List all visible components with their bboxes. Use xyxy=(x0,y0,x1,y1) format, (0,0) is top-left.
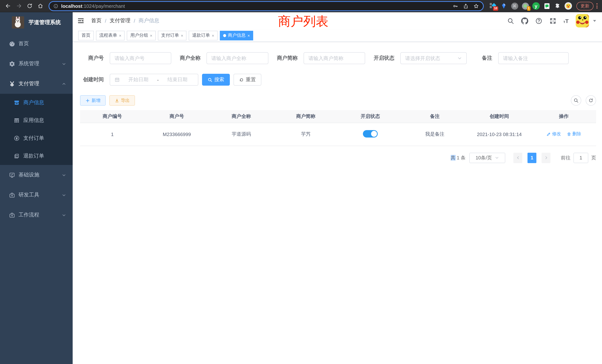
tab-refund-order[interactable]: 退款订单 × xyxy=(189,31,218,40)
profile-smiley-icon[interactable] xyxy=(565,2,572,10)
reload-icon xyxy=(26,3,32,9)
chevron-down-icon xyxy=(457,56,462,60)
user-avatar[interactable] xyxy=(576,14,589,27)
page-size-select[interactable]: 10条/页 xyxy=(469,152,505,163)
tab-user-group[interactable]: 用户分组 × xyxy=(127,31,156,40)
col-merchant-no: 商户号 xyxy=(145,110,209,123)
help-icon[interactable] xyxy=(535,17,542,24)
refresh-icon xyxy=(239,77,244,82)
col-remark: 备注 xyxy=(403,110,467,123)
extension-badge: 1 xyxy=(527,6,530,11)
extensions-puzzle-icon[interactable] xyxy=(554,2,561,10)
tab-home[interactable]: 首页 xyxy=(78,31,94,40)
sidebar-logo-row[interactable]: 芋道管理系统 xyxy=(0,12,73,32)
next-page-button[interactable] xyxy=(542,152,550,163)
col-full-name: 商户全称 xyxy=(209,110,274,123)
extension-chat-icon[interactable] xyxy=(543,2,550,10)
tab-close-icon[interactable]: × xyxy=(150,33,152,38)
header-actions: тT xyxy=(507,14,596,27)
font-size-icon[interactable]: тT xyxy=(563,18,569,24)
tab-label: 支付订单 xyxy=(161,32,179,39)
monitor-icon xyxy=(9,172,15,178)
sidebar-item-workflow[interactable]: 工作流程 xyxy=(0,205,73,225)
fullscreen-icon[interactable] xyxy=(549,17,556,24)
tab-pay-order[interactable]: 支付订单 × xyxy=(158,31,187,40)
sidebar-item-payment[interactable]: 支付管理 xyxy=(0,74,73,94)
briefcase-icon xyxy=(9,212,15,218)
search-icon[interactable] xyxy=(507,17,514,24)
page-content: 商户号 商户全称 商户简称 xyxy=(73,42,602,364)
github-icon[interactable] xyxy=(521,17,528,24)
add-button[interactable]: 新增 xyxy=(80,95,106,106)
toggle-search-button[interactable] xyxy=(571,95,581,106)
browser-forward-button[interactable] xyxy=(14,1,24,11)
full-name-input[interactable] xyxy=(206,52,268,64)
cell-remark: 我是备注 xyxy=(403,123,467,146)
browser-back-button[interactable] xyxy=(3,1,13,11)
extension-y-icon[interactable]: y xyxy=(532,2,540,10)
cell-full-name: 芋道源码 xyxy=(209,123,274,146)
tab-close-icon[interactable]: × xyxy=(119,33,121,38)
download-icon xyxy=(115,98,119,103)
url-path: :1024/pay/merchant xyxy=(82,3,125,9)
page-number-1[interactable]: 1 xyxy=(527,152,536,163)
status-select[interactable] xyxy=(400,52,467,64)
goto-suffix: 页 xyxy=(591,154,596,161)
extension-dice-icon[interactable]: 10 xyxy=(489,2,497,10)
extension-command-icon[interactable]: ⌘ xyxy=(511,2,518,10)
sidebar-item-app-info[interactable]: 应用信息 xyxy=(0,112,73,129)
tab-process-form[interactable]: 流程表单 × xyxy=(96,31,125,40)
tab-merchant-info[interactable]: 商户信息 × xyxy=(220,31,253,40)
extension-recorder-icon[interactable]: 1 xyxy=(522,2,529,10)
browser-menu-icon[interactable] xyxy=(595,3,599,9)
sidebar-item-merchant-info[interactable]: 商户信息 xyxy=(0,94,73,112)
remark-input[interactable] xyxy=(498,52,569,64)
goto-page-input[interactable] xyxy=(573,152,588,163)
status-label: 开启状态 xyxy=(374,55,400,62)
edit-link[interactable]: 修改 xyxy=(546,131,561,137)
browser-home-button[interactable] xyxy=(35,1,45,11)
reset-button[interactable]: 重置 xyxy=(234,74,261,86)
short-name-input[interactable] xyxy=(304,52,365,64)
tab-close-icon[interactable]: × xyxy=(181,33,183,38)
extension-kite-icon[interactable] xyxy=(500,2,507,10)
merchant-no-input[interactable] xyxy=(110,52,171,64)
sidebar-item-infrastructure[interactable]: 基础设施 xyxy=(0,165,73,185)
sidebar-item-label: 支付管理 xyxy=(19,80,39,87)
sidebar-item-label: 首页 xyxy=(19,40,29,47)
avatar-caret-icon[interactable] xyxy=(593,20,596,22)
payment-submenu: 商户信息 应用信息 支付订单 退款订单 xyxy=(0,94,73,165)
chrome-update-button[interactable]: 更新 xyxy=(576,2,593,10)
sidebar-fold-icon[interactable] xyxy=(77,17,85,24)
password-key-icon[interactable] xyxy=(453,3,458,9)
remark-label: 备注 xyxy=(482,55,498,62)
share-icon[interactable] xyxy=(463,3,469,9)
browser-reload-button[interactable] xyxy=(24,1,34,11)
status-toggle[interactable] xyxy=(363,130,378,137)
sidebar-item-home[interactable]: 首页 xyxy=(0,34,73,54)
breadcrumb-home[interactable]: 首页 xyxy=(91,17,102,24)
search-button[interactable]: 搜索 xyxy=(202,74,230,86)
shop-icon xyxy=(14,100,20,106)
prev-page-button[interactable] xyxy=(513,152,522,163)
chevron-up-icon xyxy=(62,82,66,86)
tab-close-icon[interactable]: × xyxy=(212,33,214,38)
delete-link[interactable]: 删除 xyxy=(567,131,581,137)
sidebar-item-pay-order[interactable]: 支付订单 xyxy=(0,129,73,147)
sidebar-item-system[interactable]: 系统管理 xyxy=(0,54,73,74)
yen-icon xyxy=(9,81,15,87)
forward-icon xyxy=(16,3,22,9)
sidebar-item-dev-tools[interactable]: 研发工具 xyxy=(0,185,73,205)
tab-label: 首页 xyxy=(82,32,90,39)
sidebar-item-refund-order[interactable]: 退款订单 xyxy=(0,147,73,165)
address-bar[interactable]: localhost:1024/pay/merchant xyxy=(49,1,484,11)
breadcrumb-current: 商户信息 xyxy=(139,17,159,24)
tab-close-icon[interactable]: × xyxy=(248,33,250,38)
bookmark-star-icon[interactable] xyxy=(473,3,479,9)
export-button[interactable]: 导出 xyxy=(109,95,135,106)
extension-badge: 10 xyxy=(493,6,498,11)
create-time-range-picker[interactable]: 开始日期 - 结束日期 xyxy=(110,74,198,86)
tab-label: 退款订单 xyxy=(192,32,210,39)
chevron-down-icon xyxy=(62,62,66,66)
refresh-table-button[interactable] xyxy=(586,95,596,106)
